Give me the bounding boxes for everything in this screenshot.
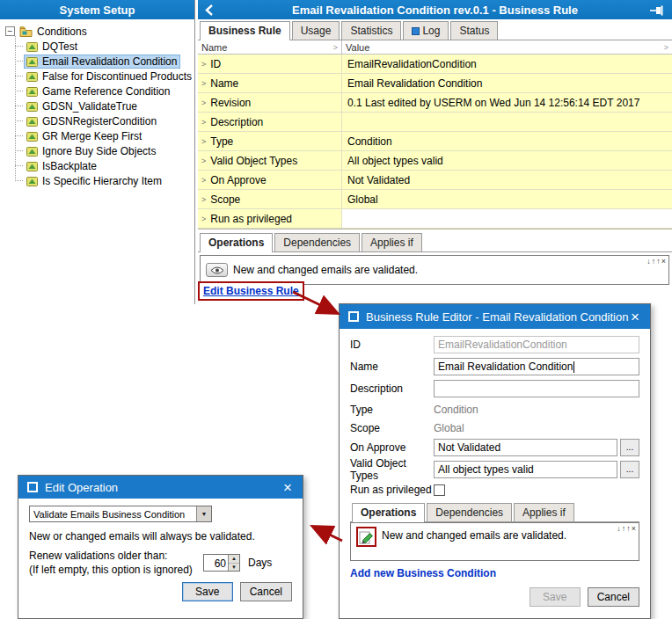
expand-icon[interactable]: > [201, 195, 206, 204]
column-header-name[interactable]: Name> [198, 40, 342, 54]
editor-operations-toolbar: ↓ ↑ ↑ × [617, 524, 636, 533]
tab-statistics[interactable]: Statistics [341, 21, 401, 40]
tree-item-gr-merge-keep-first[interactable]: GR Merge Keep First [15, 128, 194, 143]
dropdown-arrow-icon[interactable]: ▼ [196, 506, 211, 521]
tree-item-game-reference-condition[interactable]: Game Reference Condition [15, 84, 194, 98]
subtab-operations[interactable]: Operations [200, 233, 273, 252]
description-field[interactable] [434, 380, 639, 397]
main-panel-title: Email Revalidation Condition rev.0.1 - B… [292, 4, 578, 17]
edit-operation-icon[interactable] [359, 529, 374, 544]
renew-days-input[interactable]: 60 ▲ ▼ [203, 554, 240, 572]
move-down-icon[interactable]: ↓ [646, 257, 651, 266]
tab-usage[interactable]: Usage [292, 21, 340, 40]
renew-days-value: 60 [204, 555, 228, 571]
cancel-button[interactable]: Cancel [588, 587, 639, 607]
tab-log[interactable]: Log [403, 21, 449, 40]
tab-status[interactable]: Status [450, 21, 498, 40]
condition-icon [26, 161, 38, 171]
close-icon[interactable]: × [281, 480, 294, 495]
table-row-description[interactable]: >Description [198, 113, 672, 132]
run-as-privileged-checkbox[interactable] [434, 484, 445, 496]
tab-business-rule[interactable]: Business Rule [200, 21, 290, 40]
save-button[interactable]: Save [182, 582, 233, 601]
condition-icon [26, 101, 38, 112]
valid-object-types-browse-button[interactable]: ... [620, 461, 639, 478]
id-label: ID [350, 339, 434, 351]
type-value: Condition [434, 404, 478, 416]
main-tabs: Business Rule Usage Statistics Log Statu… [198, 19, 672, 40]
tree-item-ignore-buy-side-objects[interactable]: Ignore Buy Side Objects [15, 143, 194, 158]
tree-item-is-specific-hierarchy-item[interactable]: Is Specific Hierarchy Item [15, 173, 194, 188]
edit-business-rule-link[interactable]: Edit Business Rule [203, 285, 299, 297]
on-approve-browse-button[interactable]: ... [620, 439, 639, 456]
table-row-valid-object-types[interactable]: >Valid Object Types All object types val… [198, 151, 672, 171]
sort-icon[interactable]: > [664, 43, 668, 52]
editor-subtab-applies-if[interactable]: Applies if [514, 503, 574, 521]
add-business-condition-link[interactable]: Add new Business Condition [350, 567, 496, 579]
expand-icon[interactable]: > [201, 137, 206, 146]
table-row-name[interactable]: >Name Email Revalidation Condition [198, 74, 672, 93]
window-icon [27, 482, 38, 492]
business-rule-editor-dialog: Business Rule Editor - Email Revalidatio… [339, 303, 651, 619]
remove-icon[interactable]: × [661, 257, 666, 266]
tree-item-gdsn-validatetrue[interactable]: GDSN_ValidateTrue [15, 98, 194, 113]
back-icon[interactable] [205, 4, 213, 16]
expand-icon[interactable]: > [201, 215, 206, 223]
table-row-type[interactable]: >Type Condition [198, 132, 672, 151]
condition-dropdown[interactable]: Validate Emails Business Condition ▼ [29, 506, 212, 522]
move-up-icon[interactable]: ↑ [652, 257, 656, 266]
tree-item-gdsnregistercondition[interactable]: GDSNRegisterCondition [15, 113, 194, 128]
sort-icon[interactable]: > [333, 43, 338, 52]
expand-icon[interactable]: > [201, 176, 206, 185]
tree-item-email-revalidation-condition[interactable]: Email Revalidation Condition [15, 54, 194, 69]
tree-item-dqtest[interactable]: DQTest [15, 39, 194, 54]
system-setup-titlebar: System Setup [0, 0, 194, 19]
expand-icon[interactable]: > [201, 79, 206, 88]
name-field[interactable]: Email Revalidation Condition [434, 358, 639, 375]
expand-icon[interactable]: > [201, 98, 206, 107]
tree-root-conditions[interactable]: − Conditions [5, 24, 194, 39]
tree-item-isbackplate[interactable]: IsBackplate [15, 158, 194, 173]
save-button[interactable]: Save [530, 587, 581, 607]
tree-item-false-for-discontinued-products[interactable]: False for Discontinued Products [15, 69, 194, 84]
edit-business-rule-highlight: Edit Business Rule [198, 281, 304, 301]
move-top-icon[interactable]: ↑ [626, 524, 631, 533]
table-row-run-as-privileged[interactable]: >Run as privileged [198, 209, 672, 229]
table-row-on-approve[interactable]: >On Approve Not Validated [198, 171, 672, 190]
column-header-value[interactable]: Value> [342, 40, 672, 54]
collapse-icon[interactable]: − [5, 26, 15, 36]
condition-icon [26, 116, 38, 127]
condition-icon [26, 146, 38, 157]
pin-icon[interactable] [650, 5, 665, 16]
operation-text: New and changed emails are validated. [233, 264, 418, 276]
editor-subtab-dependencies[interactable]: Dependencies [427, 503, 512, 521]
renew-row: Renew validations older than: (If left e… [29, 550, 292, 576]
spin-up-icon[interactable]: ▲ [229, 555, 239, 564]
edit-operation-titlebar: Edit Operation × [18, 476, 303, 499]
condition-icon [26, 176, 38, 186]
cancel-button[interactable]: Cancel [240, 582, 292, 601]
subtab-applies-if[interactable]: Applies if [362, 233, 422, 251]
on-approve-field[interactable]: Not Validated [434, 439, 617, 456]
table-row-revision[interactable]: >Revision 0.1 Last edited by USERM on We… [198, 93, 672, 113]
table-row-id[interactable]: >ID EmailRevalidationCondition [198, 55, 672, 74]
expand-icon[interactable]: > [201, 118, 206, 127]
expand-icon[interactable]: > [201, 157, 206, 165]
table-row-scope[interactable]: >Scope Global [198, 190, 672, 209]
editor-subtab-operations[interactable]: Operations [352, 503, 425, 522]
view-operation-icon[interactable] [206, 263, 228, 277]
remove-icon[interactable]: × [632, 524, 636, 533]
edit-operation-body: Validate Emails Business Condition ▼ New… [18, 499, 303, 608]
close-icon[interactable]: × [629, 310, 641, 324]
expand-icon[interactable]: > [201, 60, 206, 69]
subtab-dependencies[interactable]: Dependencies [274, 233, 360, 251]
id-field[interactable]: EmailRevalidationCondition [434, 336, 639, 353]
spin-down-icon[interactable]: ▼ [229, 564, 239, 572]
move-down-icon[interactable]: ↓ [617, 524, 621, 533]
move-top-icon[interactable]: ↑ [656, 257, 661, 266]
condition-icon [26, 86, 38, 97]
system-setup-title: System Setup [60, 4, 135, 17]
editor-operation-item: New and changed emails are validated. [356, 527, 633, 547]
move-up-icon[interactable]: ↑ [622, 524, 626, 533]
valid-object-types-field[interactable]: All object types valid [434, 461, 617, 478]
